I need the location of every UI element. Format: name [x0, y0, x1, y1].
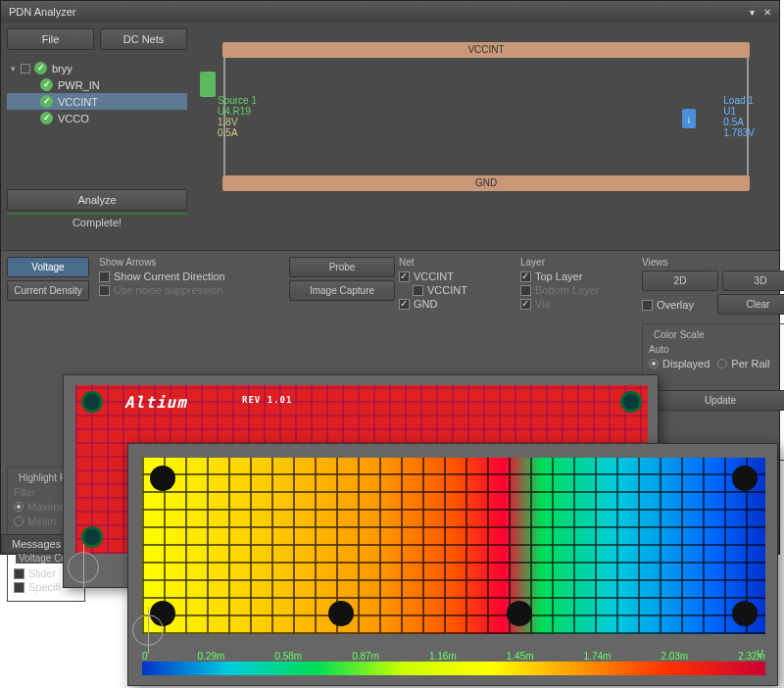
window-title: PDN Analyzer — [9, 6, 75, 18]
top-panel: File DC Nets ▾ ✓ bryy ✓ PWR_IN ✓ VCCINT — [1, 23, 779, 250]
rail-bottom[interactable]: GND — [222, 175, 750, 191]
compass-icon[interactable] — [128, 611, 168, 650]
color-scale-bar[interactable] — [142, 662, 765, 675]
image-capture-button[interactable]: Image Capture — [289, 280, 395, 301]
overlay-label: Overlay — [657, 299, 694, 311]
clear-button[interactable]: Clear — [717, 294, 784, 315]
net-item-label: VCCINT — [427, 284, 467, 296]
tree-item-vcco[interactable]: ✓ VCCO — [7, 110, 187, 126]
load-ref: U1 — [723, 106, 755, 117]
status-ok-icon: ✓ — [40, 112, 53, 124]
overlay-checkbox[interactable] — [642, 300, 653, 311]
scale-tick: 0 — [142, 651, 148, 662]
tree-root-label: bryy — [52, 63, 73, 74]
source-icon[interactable] — [200, 72, 216, 97]
layer-top-checkbox[interactable] — [520, 271, 531, 282]
net-diagram: VCCINT Source 1 U4.R19 1.8V 0.5A ↓ Load … — [193, 23, 779, 250]
scale-tick: 0.29m — [198, 651, 225, 662]
perrail-radio[interactable] — [717, 359, 727, 369]
layer-bottom-checkbox[interactable] — [520, 285, 531, 296]
load-current: 0.5A — [723, 117, 755, 127]
specific-label: Specifi — [28, 581, 61, 593]
net-tree: ▾ ✓ bryy ✓ PWR_IN ✓ VCCINT ✓ VCCO — [7, 56, 187, 130]
title-bar: PDN Analyzer ▾ ✕ — [1, 1, 779, 23]
layer-title: Layer — [520, 257, 638, 268]
load-icon[interactable]: ↓ — [682, 109, 696, 128]
view-2d-button[interactable]: 2D — [642, 270, 718, 291]
collapse-icon[interactable]: ▾ — [11, 64, 21, 74]
source-voltage: 1.8V — [218, 117, 257, 127]
tree-item-pwrin[interactable]: ✓ PWR_IN — [7, 76, 187, 93]
slider-checkbox[interactable] — [14, 568, 24, 579]
source-title: Source 1 — [218, 95, 257, 106]
specific-checkbox[interactable] — [14, 582, 24, 593]
status-ok-icon: ✓ — [40, 78, 53, 91]
net-item-label: VCCINT — [414, 270, 454, 282]
net-gnd-checkbox[interactable] — [399, 299, 410, 310]
analyze-button[interactable]: Analyze — [7, 189, 187, 211]
progress-bar — [7, 213, 187, 215]
source-ref: U4.R19 — [218, 106, 257, 117]
pcb-heatmap-canvas[interactable] — [142, 458, 765, 634]
current-density-button[interactable]: Current Density — [7, 280, 89, 301]
show-direction-checkbox[interactable] — [99, 271, 110, 282]
view-3d-button[interactable]: 3D — [722, 270, 784, 291]
source-current: 0.5A — [218, 127, 257, 138]
net-vccint-checkbox[interactable] — [399, 271, 410, 282]
net-title: Net — [399, 257, 516, 268]
noise-suppression-label: Use noise suppression — [114, 284, 222, 296]
colorscale-title: Color Scale — [651, 329, 708, 340]
load-block[interactable]: Load 1 U1 0.5A 1.783V — [723, 95, 755, 138]
voltage-mode-button[interactable]: Voltage — [7, 257, 89, 277]
filter-label: Filter — [14, 487, 66, 498]
pin-icon[interactable]: ▾ — [750, 7, 755, 18]
noise-suppression-checkbox — [99, 285, 110, 296]
probe-button[interactable]: Probe — [289, 257, 395, 277]
dcnets-button[interactable]: DC Nets — [100, 28, 187, 50]
views-title: Views — [642, 257, 784, 268]
tree-root[interactable]: ▾ ✓ bryy — [7, 60, 187, 76]
perrail-label: Per Rail — [731, 358, 769, 369]
analyze-status: Complete! — [7, 217, 187, 228]
unit-v: V — [649, 417, 784, 428]
status-ok-icon: ✓ — [40, 95, 53, 108]
tree-item-vccint[interactable]: ✓ VCCINT — [7, 93, 187, 110]
tree-item-label: PWR_IN — [58, 79, 100, 91]
scale-tick: 1.45m — [507, 651, 534, 662]
maxima-label: Maxima — [27, 501, 66, 513]
scale-tick: 1.74m — [584, 651, 612, 662]
slider-label: Slider — [28, 567, 56, 579]
compass-icon[interactable] — [64, 548, 103, 587]
pcb-brand: Altium — [124, 393, 187, 412]
displayed-label: Displayed — [662, 358, 710, 369]
colorscale-auto: Auto — [649, 344, 784, 355]
scale-tick: 0.58m — [274, 651, 302, 662]
scale-tick: 2.03m — [661, 651, 688, 662]
pcb-heatmap-view[interactable]: 0 0.29m 0.58m 0.87m 1.16m 1.45m 1.74m 2.… — [127, 443, 778, 686]
layer-item-label: Via — [535, 298, 551, 310]
messages-tab[interactable]: Messages — [1, 534, 72, 554]
net-item-label: GND — [414, 298, 437, 310]
show-direction-label: Show Current Direction — [114, 270, 225, 282]
status-ok-icon: ✓ — [34, 62, 47, 74]
rail-top[interactable]: VCCINT — [222, 42, 750, 58]
scale-unit: V — [757, 649, 763, 660]
color-scale-labels: 0 0.29m 0.58m 0.87m 1.16m 1.45m 1.74m 2.… — [142, 651, 765, 662]
file-button[interactable]: File — [7, 28, 94, 50]
source-block[interactable]: Source 1 U4.R19 1.8V 0.5A — [218, 95, 257, 138]
tree-item-label: VCCO — [58, 113, 89, 124]
minima-radio[interactable] — [14, 516, 24, 526]
maxima-radio[interactable] — [14, 502, 24, 512]
tree-checkbox[interactable] — [21, 64, 30, 74]
net-vccint2-checkbox[interactable] — [413, 285, 423, 296]
displayed-radio[interactable] — [649, 359, 659, 369]
layer-via-checkbox[interactable] — [520, 299, 531, 310]
layer-item-label: Bottom Layer — [535, 284, 599, 296]
pcb-rev: REV 1.01 — [242, 395, 292, 405]
arrows-title: Show Arrows — [99, 257, 285, 268]
layer-item-label: Top Layer — [535, 270, 582, 282]
minima-label: Minim — [27, 516, 56, 527]
scale-tick: 1.16m — [429, 651, 457, 662]
update-button[interactable]: Update — [649, 390, 784, 411]
close-icon[interactable]: ✕ — [763, 7, 771, 18]
